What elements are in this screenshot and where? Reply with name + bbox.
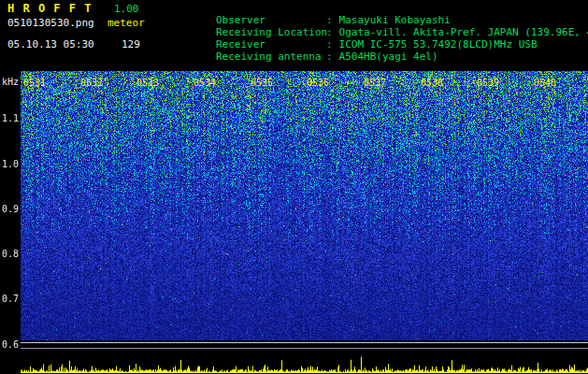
info-colon: :: [326, 26, 333, 38]
info-colon: :: [326, 38, 333, 50]
header-info-block: Observer:Masayuki Kobayashi Receiving Lo…: [166, 2, 588, 50]
app-version: 1.00: [114, 3, 139, 15]
freq-tick-label: 1.1: [1, 114, 19, 123]
time-tick-label: 0537: [364, 79, 386, 88]
separator-line-upper: [21, 342, 588, 343]
time-tick-label: 0534: [194, 79, 216, 88]
y-axis-unit-label: kHz: [2, 78, 19, 87]
sequence-count: 129: [122, 38, 140, 50]
level-canvas: [21, 352, 588, 373]
time-tick-label: 0540: [534, 79, 556, 88]
freq-tick-label: 1.0: [1, 160, 19, 169]
hrofft-screen: H R O F F T 1.00 0510130530.png meteor 0…: [0, 0, 588, 374]
info-value: Ogata-vill. Akita-Pref. JAPAN (139.96E, …: [333, 26, 588, 38]
output-filename: 0510130530.png: [7, 17, 94, 29]
mode-label: meteor: [108, 17, 145, 29]
info-label: Receiving antenna: [216, 50, 326, 63]
freq-tick-label: 0.6: [1, 340, 19, 350]
separator-line-lower: [21, 348, 588, 349]
info-colon: :: [326, 14, 333, 26]
info-value: ICOM IC-575 53.7492(8LCD)MHz USB: [333, 38, 538, 50]
time-tick-label: 0533: [136, 79, 159, 88]
time-tick-label: 0539: [477, 79, 499, 88]
freq-tick-label: 0.8: [1, 250, 19, 259]
observation-datetime: 05.10.13 05:30: [7, 38, 94, 50]
header: H R O F F T 1.00 0510130530.png meteor 0…: [0, 0, 588, 71]
info-colon: :: [326, 50, 333, 63]
info-label: Receiving Location: [216, 26, 326, 38]
time-tick-label: 0538: [421, 79, 443, 88]
info-label: Observer: [216, 14, 326, 26]
info-row-observer: Observer:Masayuki Kobayashi: [166, 2, 588, 14]
info-value: Masayuki Kobayashi: [333, 14, 451, 26]
info-value: A504HB(yagi 4el): [333, 50, 438, 63]
time-tick-label: 0535: [251, 79, 273, 88]
info-label: Receiver: [216, 38, 326, 50]
freq-tick-label: 0.7: [1, 295, 19, 304]
spectrogram-canvas: [21, 71, 588, 340]
time-tick-label: 0536: [307, 79, 329, 88]
spectrogram-plot-area: kHz 1.1 1.0 0.9 0.8 0.7 0.6 0531 0532 05…: [0, 71, 588, 374]
freq-tick-label: 0.9: [1, 205, 19, 214]
time-tick-label: 0532: [80, 79, 103, 88]
app-title: H R O F F T: [7, 2, 92, 15]
time-tick-label: 0531: [23, 79, 46, 88]
